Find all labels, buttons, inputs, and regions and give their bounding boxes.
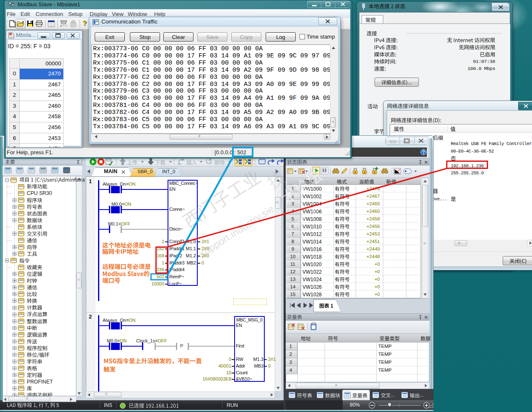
svg-text:HR: HR [178,163,182,165]
svg-text:?: ? [422,150,425,155]
